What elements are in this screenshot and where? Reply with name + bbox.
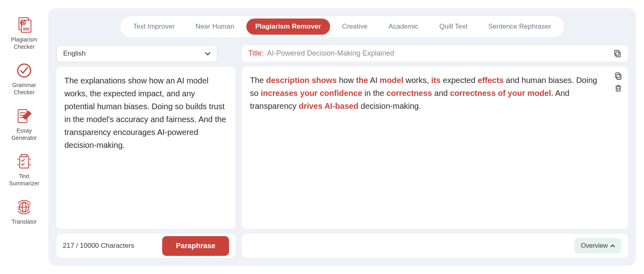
overview-button[interactable]: Overview (574, 238, 621, 253)
output-text: The description shows how the AI model w… (250, 76, 597, 110)
sidebar-item-plagiarism-checker[interactable]: Plagiarism Checker (4, 16, 44, 50)
chevron-up-icon (610, 242, 615, 249)
svg-rect-23 (616, 52, 620, 57)
svg-rect-25 (617, 75, 621, 79)
essay-generator-icon (14, 107, 34, 125)
tab-quill-text[interactable]: Quill Text (431, 19, 477, 35)
input-text-area[interactable]: The explanations show how an AI model wo… (56, 67, 235, 229)
svg-rect-12 (20, 156, 29, 168)
plagiarism-checker-icon (14, 16, 34, 34)
svg-rect-13 (21, 154, 27, 157)
right-footer: Overview (242, 234, 628, 258)
tabs-container: Text ImproverNear HumanPlagiarism Remove… (56, 16, 628, 37)
sidebar-item-label: Grammar Checker (4, 82, 44, 96)
character-count: 217 / 10000 Characters (63, 242, 134, 250)
title-bar: Title: AI-Powered Decision-Making Explai… (242, 45, 628, 62)
sidebar-item-grammar-checker[interactable]: Grammar Checker (4, 62, 44, 96)
sidebar-item-translator[interactable]: 文A Translator (4, 198, 44, 226)
sidebar-item-label: Text Summarizer (4, 173, 44, 187)
svg-rect-27 (616, 86, 620, 91)
right-pane: Title: AI-Powered Decision-Making Explai… (242, 45, 628, 258)
chevron-down-icon (205, 50, 211, 57)
title-text: AI-Powered Decision-Making Explained (267, 49, 394, 58)
sidebar-item-essay-generator[interactable]: Essay Generator (4, 107, 44, 141)
sidebar: Plagiarism Checker Grammar Checker Essay… (0, 0, 48, 274)
sidebar-item-text-summarizer[interactable]: Text Summarizer (4, 153, 44, 187)
tab-plagiarism-remover[interactable]: Plagiarism Remover (246, 19, 330, 35)
panes: English The explanations show how an AI … (56, 45, 628, 258)
input-text: The explanations show how an AI model wo… (64, 76, 226, 149)
language-selected: English (63, 50, 86, 58)
left-pane: English The explanations show how an AI … (56, 45, 235, 258)
language-selector[interactable]: English (56, 45, 217, 62)
translator-icon: 文A (14, 198, 34, 216)
text-summarizer-icon (14, 153, 34, 170)
sidebar-item-label: Plagiarism Checker (4, 36, 44, 50)
svg-rect-26 (615, 73, 620, 78)
overview-label: Overview (581, 242, 608, 249)
grammar-checker-icon (14, 62, 34, 79)
tab-academic[interactable]: Academic (380, 19, 427, 35)
tab-sentence-rephraser[interactable]: Sentence Rephraser (479, 19, 560, 35)
tab-near-human[interactable]: Near Human (187, 19, 243, 35)
tab-creative[interactable]: Creative (333, 19, 376, 35)
copy-title-icon[interactable] (613, 50, 621, 58)
svg-text:文: 文 (17, 206, 21, 210)
main-panel: Text ImproverNear HumanPlagiarism Remove… (48, 8, 636, 266)
copy-output-icon[interactable] (614, 72, 622, 80)
output-text-area[interactable]: The description shows how the AI model w… (242, 66, 628, 229)
output-action-icons (614, 72, 622, 92)
svg-point-7 (18, 64, 31, 77)
svg-rect-24 (615, 50, 619, 55)
svg-text:A: A (29, 202, 31, 206)
tab-text-improver[interactable]: Text Improver (124, 19, 184, 35)
tabs-bar: Text ImproverNear HumanPlagiarism Remove… (120, 16, 564, 37)
sidebar-item-label: Essay Generator (4, 127, 44, 141)
left-footer: 217 / 10000 Characters Paraphrase (56, 234, 235, 258)
title-label: Title: (248, 49, 264, 58)
paraphrase-button[interactable]: Paraphrase (162, 236, 229, 256)
delete-output-icon[interactable] (614, 84, 622, 92)
sidebar-item-label: Translator (12, 218, 37, 226)
